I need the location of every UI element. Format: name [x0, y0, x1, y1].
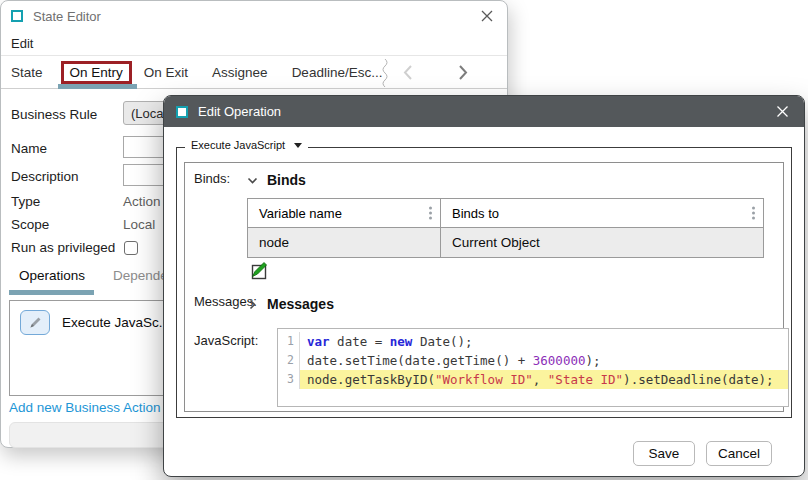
binds-table: Variable name Binds to node Current Obje…: [247, 198, 764, 258]
code-line-3[interactable]: 3node.getTaskByID("Workflow ID", "State …: [278, 370, 788, 389]
window-icon: [11, 10, 23, 22]
binds-label: Binds:: [194, 171, 230, 186]
save-button[interactable]: Save: [633, 441, 695, 466]
tab-state[interactable]: State: [11, 65, 43, 80]
tab-operations[interactable]: Operations: [19, 268, 85, 283]
type-value: Action: [123, 194, 161, 209]
code-line-2[interactable]: 2date.setTime(date.getTime() + 3600000);: [278, 351, 788, 370]
chevron-down-icon: [294, 143, 302, 148]
cell-binds-to[interactable]: Current Object: [441, 228, 763, 257]
table-header-row: Variable name Binds to: [247, 198, 764, 228]
list-item[interactable]: Execute JavaSc...: [62, 315, 170, 330]
tab-clip-squiggle: [381, 59, 390, 87]
tab-deadline-esc[interactable]: Deadline/Esc...: [292, 65, 383, 80]
operation-groupbox: Execute JavaScript Binds: Binds Variable…: [176, 147, 792, 418]
operation-panel: Binds: Binds Variable name Binds to: [184, 162, 784, 412]
messages-section-header[interactable]: Messages: [247, 296, 334, 312]
scope-label: Scope: [11, 217, 49, 232]
code-line-1[interactable]: 1var date = new Date();: [278, 332, 788, 351]
column-menu-icon[interactable]: [429, 207, 432, 220]
binds-section-title: Binds: [267, 172, 306, 188]
scroll-tabs-left-icon[interactable]: [400, 64, 417, 81]
name-label: Name: [11, 141, 47, 156]
line-number: 1: [278, 332, 300, 351]
menubar: Edit: [1, 31, 507, 56]
menu-edit[interactable]: Edit: [11, 36, 33, 51]
operation-type-label: Execute JavaScript: [191, 139, 285, 151]
column-header-binds-to[interactable]: Binds to: [441, 199, 763, 227]
run-as-privileged-label: Run as privileged: [11, 240, 115, 255]
edit-operation-titlebar[interactable]: Edit Operation: [164, 96, 804, 127]
add-bind-row-icon[interactable]: [248, 261, 268, 281]
state-editor-titlebar[interactable]: State Editor: [1, 1, 507, 31]
business-rule-label: Business Rule: [11, 107, 97, 122]
tabstrip: State On Entry On Exit Assignee Deadline…: [1, 56, 507, 89]
window-title: State Editor: [33, 9, 101, 24]
cell-variable-name[interactable]: node: [248, 228, 441, 257]
cancel-button[interactable]: Cancel: [706, 441, 772, 466]
tab-assignee[interactable]: Assignee: [212, 65, 268, 80]
tab-on-exit[interactable]: On Exit: [144, 65, 188, 80]
edit-operation-button[interactable]: [20, 310, 50, 335]
javascript-code-editor[interactable]: 1var date = new Date();2date.setTime(dat…: [277, 328, 789, 407]
column-menu-icon[interactable]: [752, 207, 755, 220]
messages-section-title: Messages: [267, 296, 334, 312]
description-label: Description: [11, 169, 79, 184]
chevron-down-icon: [247, 175, 258, 186]
javascript-label: JavaScript:: [194, 333, 258, 348]
close-icon[interactable]: [775, 104, 790, 119]
close-icon[interactable]: [479, 8, 495, 24]
scope-value: Local: [123, 217, 155, 232]
operation-type-dropdown[interactable]: Execute JavaScript: [185, 139, 308, 151]
dialog-icon: [176, 106, 188, 118]
dialog-title: Edit Operation: [198, 104, 281, 119]
scroll-tabs-right-icon[interactable]: [454, 64, 471, 81]
line-number: 3: [278, 370, 300, 389]
active-tab-underline: [58, 84, 137, 89]
type-label: Type: [11, 194, 40, 209]
run-as-privileged-checkbox[interactable]: [124, 241, 138, 255]
table-row[interactable]: node Current Object: [247, 228, 764, 258]
add-new-business-action-link[interactable]: Add new Business Action: [9, 400, 161, 415]
binds-section-header[interactable]: Binds: [247, 172, 306, 188]
pencil-icon: [28, 315, 43, 330]
line-number: 2: [278, 351, 300, 370]
chevron-right-icon: [247, 299, 258, 310]
column-header-variable-name[interactable]: Variable name: [248, 199, 441, 227]
edit-operation-dialog: Edit Operation Execute JavaScript Binds:…: [163, 95, 805, 477]
tab-on-entry[interactable]: On Entry: [61, 61, 132, 84]
active-subtab-underline: [9, 290, 94, 295]
